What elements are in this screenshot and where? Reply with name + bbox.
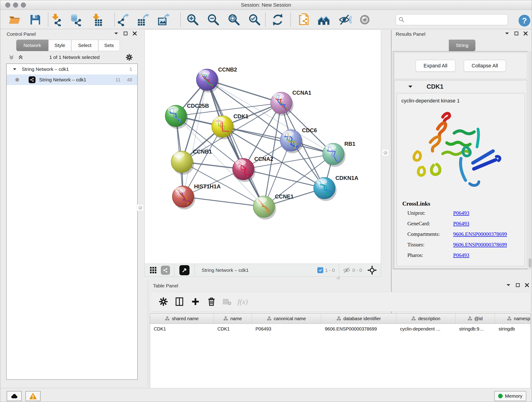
gene-collapse-caret-icon[interactable] [408,85,413,89]
tab-network[interactable]: Network [16,40,48,51]
import-network-database-button[interactable] [69,12,84,27]
crosslink-row: Pharos:P06493 [407,252,525,258]
column-header-name[interactable]: name [214,313,252,324]
network-node-CCNA1[interactable]: CCNA1 [271,89,311,116]
network-node-CCNA2[interactable]: CCNA2 [233,156,273,182]
eye-button[interactable] [357,12,372,27]
import-table-button[interactable] [89,12,105,27]
birdseye-navigator-icon[interactable] [367,265,377,275]
delete-column-icon[interactable] [206,297,216,307]
network-edge-HIST1H1A-CCNE1[interactable] [183,197,264,207]
panel-menu-icon[interactable] [114,32,119,35]
selected-checkbox-icon[interactable] [317,267,323,273]
network-edge-CCNA2-CDKN1A[interactable] [243,169,324,188]
network-node-count: 11 [115,77,120,83]
warnings-button[interactable] [25,391,41,401]
zoom-out-button[interactable] [206,12,221,27]
crosslink-link[interactable]: 9606.ENSP00000378699 [453,231,507,237]
eye-icon [358,13,371,26]
double-house-button[interactable] [316,12,331,27]
tab-sets[interactable]: Sets [98,40,120,51]
panel-menu-icon[interactable] [506,283,511,287]
network-node-HIST1H1A[interactable]: HIST1H1A [172,183,221,210]
collapse-all-icon[interactable] [8,54,14,60]
eye-slash-button[interactable] [337,12,353,27]
zoom-selected-button[interactable] [247,12,262,27]
column-header-shared-name[interactable]: shared name [150,313,214,324]
crosslink-link[interactable]: P06493 [453,210,469,216]
crosslink-row: Uniprot:P06493 [407,210,525,216]
close-panel-icon[interactable] [525,283,529,287]
network-node-CCNB1[interactable]: CCNB1 [171,148,212,175]
memory-status-dot [498,394,503,398]
float-panel-icon[interactable] [514,32,519,36]
export-image-button[interactable] [156,12,171,27]
network-share-view-icon[interactable] [161,266,170,275]
column-header-namespace[interactable]: namespace [495,313,531,324]
search-input[interactable] [406,17,505,23]
import-network-file-button[interactable] [49,12,64,27]
expand-all-icon[interactable] [18,54,24,60]
network-edge-CCNB2-HIST1H1A[interactable] [183,80,207,197]
network-collection-row[interactable]: String Network – cdk1 1 [7,64,137,75]
grid-view-icon[interactable] [149,266,158,274]
pages-share-button[interactable] [296,12,311,27]
tab-select[interactable]: Select [71,40,98,51]
results-scrollbar[interactable] [528,51,532,269]
double-house-icon [317,13,330,26]
float-panel-icon[interactable] [123,32,128,36]
results-tab-string[interactable]: String [449,40,475,51]
close-panel-icon[interactable] [133,32,137,36]
column-header-description[interactable]: description [396,313,456,324]
expand-all-button[interactable]: Expand All [416,60,456,72]
right-splitter-handle[interactable] [382,149,389,156]
network-edge-count: 48 [127,77,132,83]
detach-view-icon[interactable] [179,265,190,275]
network-node-RB1[interactable]: RB1 [323,141,355,167]
crosslink-link[interactable]: P06493 [453,252,469,258]
add-column-icon[interactable] [190,297,201,307]
tab-style[interactable]: Style [48,40,71,51]
help-button[interactable]: ? [517,13,532,28]
memory-button[interactable]: Memory [494,391,526,401]
folder-open-button[interactable] [7,12,22,27]
table-row[interactable]: CDK1CDK1P064939606.ENSP00000378699cyclin… [150,324,530,334]
left-splitter-handle[interactable] [137,204,144,211]
zoom-fit-icon [228,13,240,26]
export-table-button[interactable] [135,12,151,27]
export-network-button[interactable] [115,12,130,27]
tree-expand-caret-icon[interactable] [13,68,17,71]
column-header-id[interactable]: @id [456,313,495,324]
search-box[interactable] [396,14,508,25]
network-node-CDKN1A[interactable]: CDKN1A [314,175,358,201]
refresh-button[interactable] [270,12,285,27]
network-canvas[interactable]: CCNB2CCNA1CDC25BCDK1CDC6RB1CCNB1CCNA2CDK… [145,30,381,264]
crosslink-row: Compartments:9606.ENSP00000378699 [407,231,525,237]
network-row[interactable]: String Network – cdk1 11 48 [7,75,137,85]
column-header-canonical-name[interactable]: canonical name [252,313,321,324]
zoom-fit-button[interactable] [226,12,241,27]
network-node-CCNE1[interactable]: CCNE1 [253,193,293,220]
network-node-CCNB2[interactable]: CCNB2 [196,66,237,93]
table-panel-title: Table Panel [153,283,178,288]
column-header-database-identifier[interactable]: database identifier [321,313,396,324]
network-selection-summary: 1 of 1 Network selected [24,55,125,60]
table-settings-gear-icon[interactable] [158,297,168,307]
folder-open-icon [8,13,21,26]
crosslink-link[interactable]: 9606.ENSP00000378699 [453,242,507,248]
show-columns-icon[interactable] [174,297,184,307]
close-panel-icon[interactable] [524,32,528,36]
zoom-in-button[interactable] [185,12,200,27]
gear-icon[interactable] [125,53,133,61]
network-node-CDC6[interactable]: CDC6 [280,127,317,153]
hidden-eye-slash-icon[interactable] [343,267,351,274]
network-node-CDK1[interactable]: CDK1 [212,113,248,139]
column-type-icon [507,316,512,321]
collapse-all-button[interactable]: Collapse All [464,60,506,72]
float-panel-icon[interactable] [516,283,520,287]
cloud-button[interactable] [7,391,22,401]
crosslink-link[interactable]: P06493 [453,221,469,227]
save-floppy-button[interactable] [28,12,43,27]
panel-menu-icon[interactable] [505,32,509,35]
refresh-icon [271,13,284,26]
